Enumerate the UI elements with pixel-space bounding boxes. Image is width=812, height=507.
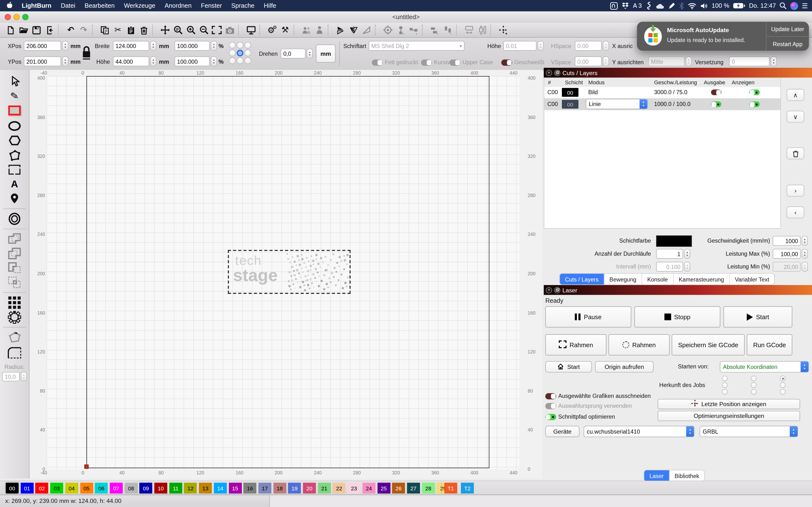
flip-horizontal-icon[interactable] [347,23,360,37]
layer-panel-next-button[interactable]: › [786,185,804,196]
height-percent-input[interactable]: 100.000 [174,56,210,66]
menu-werkzeuge[interactable]: Werkzeuge [119,2,160,9]
selection-origin-toggle[interactable] [545,403,556,409]
home-button[interactable]: Start [545,361,592,373]
copy-icon[interactable] [98,23,111,37]
apple-menu-icon[interactable] [0,1,17,10]
cut-icon[interactable]: ✂ [111,23,124,37]
passes-input[interactable]: 1 [656,249,683,259]
device-settings-icon[interactable]: ⚒ [278,23,292,37]
radius-input[interactable]: 10,0 [2,372,20,382]
ypos-input[interactable]: 201.000 [24,56,61,66]
palette-swatch-21[interactable]: 21 [318,483,331,494]
palette-swatch-06[interactable]: 06 [95,483,108,494]
uppercase-toggle[interactable] [450,59,460,66]
paste-icon[interactable] [124,23,137,37]
speed-input[interactable]: 1000 [773,236,801,246]
layer-output-toggle[interactable] [711,90,721,95]
placement-pin-tool-icon[interactable] [5,192,24,205]
palette-swatch-24[interactable]: 24 [362,483,375,494]
layer-show-toggle[interactable] [749,90,760,95]
settings-gears-icon[interactable]: ⚙⚙ [266,23,278,37]
job-origin-radio-ml[interactable] [722,382,728,388]
palette-swatch-T1[interactable]: T1 [445,483,457,494]
grid-array-tool-icon[interactable] [5,296,24,309]
pan-tool-icon[interactable] [158,23,171,37]
tab-laser[interactable]: Laser [644,470,669,481]
run-gcode-button[interactable]: Run GCode [747,334,793,355]
width-percent-stepper[interactable]: ▲▼ [211,41,217,51]
palette-swatch-09[interactable]: 09 [140,483,152,494]
menu-clock[interactable]: Do. 12:47 [749,2,776,9]
bold-toggle[interactable] [372,59,383,66]
frame-circle-button[interactable]: Rahmen [609,334,670,355]
boolean-intersect-icon[interactable] [5,276,24,289]
palette-swatch-19[interactable]: 19 [288,483,301,494]
tab-kamerasteuerung[interactable]: Kamerasteuerung [673,274,729,285]
hspace-stepper[interactable]: ▲▼ [603,41,609,51]
cuts-layers-close-icon[interactable]: × [546,69,552,76]
palette-swatch-11[interactable]: 11 [169,483,182,494]
menu-lightburn[interactable]: LightBurn [17,2,56,9]
palette-swatch-22[interactable]: 22 [333,483,346,494]
wifi-icon[interactable] [688,1,697,10]
versetzung-input[interactable]: 0 [729,56,769,66]
script-app-icon[interactable] [646,1,652,10]
job-origin-radio-mc[interactable] [751,382,757,388]
new-file-icon[interactable] [4,23,17,37]
ellipse-tool-icon[interactable] [5,119,24,132]
app-window-icon[interactable] [610,1,618,10]
y-align-stepper[interactable]: ▲▼ [686,56,692,66]
menu-bearbeiten[interactable]: Bearbeiten [80,2,119,9]
laser-undock-icon[interactable] [554,287,560,293]
layer-output-toggle[interactable] [711,101,721,107]
zoom-in-icon[interactable] [185,23,197,37]
restart-app-button[interactable]: Restart App [766,36,809,51]
palette-swatch-25[interactable]: 25 [377,483,390,494]
offset-shapes-tool-icon[interactable] [5,212,24,225]
font-app-icon[interactable]: A3 [633,1,642,10]
stop-button[interactable]: Stopp [635,306,720,328]
cut-direction-tool-icon[interactable] [5,331,24,344]
import-file-icon[interactable] [43,23,56,37]
bluetooth-icon[interactable] [679,1,684,10]
width-percent-input[interactable]: 100.000 [174,41,210,51]
user-group-icon[interactable] [300,23,313,37]
zoom-out-icon[interactable] [197,23,210,37]
show-last-position-button[interactable]: Letzte Position anzeigen [658,399,800,409]
interval-stepper[interactable]: ▲▼ [684,262,691,272]
preview-icon[interactable] [244,23,257,37]
redo-icon[interactable]: ↷ [77,23,90,37]
palette-swatch-23[interactable]: 23 [348,483,361,494]
autoupdate-notification[interactable]: Microsoft AutoUpdate Update is ready to … [637,22,809,51]
user-icon[interactable] [313,23,326,37]
height-percent-stepper[interactable]: ▲▼ [211,56,217,66]
palette-swatch-16[interactable]: 16 [244,483,257,494]
boolean-subtract-icon[interactable] [5,261,24,274]
passes-stepper[interactable]: ▲▼ [684,249,691,259]
cut-selected-toggle[interactable] [545,393,556,400]
dock-width-icon[interactable] [463,23,475,37]
dropbox-icon[interactable] [621,1,629,10]
firmware-dropdown[interactable]: GRBL▲▼ [700,426,798,437]
frame-selection-icon[interactable] [210,23,223,37]
mm-unit-button[interactable]: mm [316,44,336,62]
boolean-union-icon[interactable] [5,232,24,245]
welded-toggle[interactable] [501,59,512,66]
radius-stepper[interactable]: ▲▼ [21,372,27,382]
align-objects-icon[interactable] [407,23,420,37]
rotate-stepper[interactable]: ▲▼ [307,49,313,58]
origin-button[interactable]: Origin aufrufen [595,361,654,373]
layer-color-swatch[interactable] [656,235,692,247]
pen-app-icon[interactable] [668,1,675,10]
spotlight-search-icon[interactable] [779,1,787,10]
fillet-radius-tool-icon[interactable] [5,346,24,359]
job-origin-radio-tr[interactable] [780,376,785,382]
volume-icon[interactable] [700,1,708,10]
tab-cuts-layers[interactable]: Cuts / Layers [560,274,604,285]
camera-icon[interactable] [223,23,236,37]
layer-panel-prev-button[interactable]: ‹ [786,207,804,218]
polygon-tool-icon[interactable] [5,134,24,147]
speed-stepper[interactable]: ▲▼ [802,236,808,246]
height-input[interactable]: 44.000 [113,56,149,66]
